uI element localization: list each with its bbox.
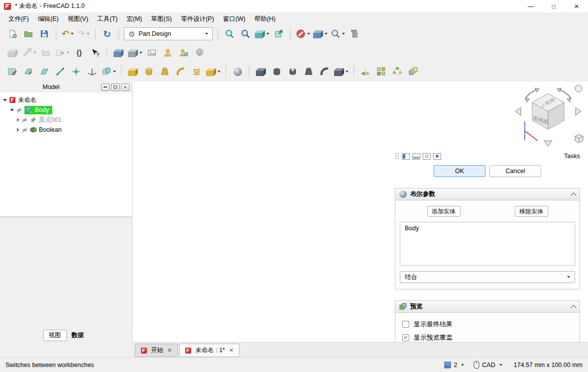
collapse-chevron-icon[interactable] (571, 305, 576, 310)
additive-helix-button[interactable] (189, 64, 204, 79)
edit-sketch-button[interactable] (21, 64, 36, 79)
redo-button[interactable]: ↷ (76, 26, 91, 41)
add-solid-button[interactable]: 添加实体 (427, 206, 461, 217)
clipping-plane-button[interactable] (295, 26, 311, 41)
zoom-tools-button[interactable] (330, 26, 346, 41)
polar-pattern-button[interactable] (390, 64, 405, 79)
additive-loft-button[interactable] (157, 64, 172, 79)
dropdown-arrow-icon[interactable] (325, 33, 328, 35)
workbench-selector[interactable]: ⚙ Part Design (124, 27, 213, 40)
tool-button[interactable] (21, 45, 37, 60)
part-button[interactable] (111, 45, 126, 60)
measure-button[interactable] (347, 26, 362, 41)
menu-macro[interactable]: 宏(M) (122, 13, 146, 25)
antialiasing-selector[interactable]: 2 (441, 362, 467, 369)
expand-arrow-icon[interactable] (3, 99, 7, 101)
cancel-button[interactable]: Cancel (489, 165, 541, 177)
navcube-mini-cube-icon[interactable] (575, 134, 583, 143)
tree-item-document[interactable]: 未命名 (0, 95, 132, 105)
pad-button[interactable] (125, 64, 140, 79)
navigation-style-selector[interactable]: CAD (470, 361, 505, 369)
maximize-button[interactable]: □ (542, 0, 565, 12)
datum-line-button[interactable] (53, 64, 68, 79)
hole-button[interactable] (269, 64, 284, 79)
refresh-button[interactable]: ↻ (100, 26, 115, 41)
float-panel-button[interactable] (423, 153, 431, 160)
boolean-operation-button[interactable] (230, 64, 245, 79)
dropdown-arrow-icon[interactable] (307, 33, 310, 35)
groove-button[interactable] (285, 64, 300, 79)
body-views-button[interactable] (5, 45, 20, 60)
collapse-arrow-icon[interactable] (17, 118, 19, 122)
dropdown-arrow-icon[interactable] (67, 52, 70, 54)
ok-button[interactable]: OK (434, 165, 485, 177)
tab-view[interactable]: 视图 (43, 330, 67, 341)
dock-left-button[interactable] (402, 153, 410, 160)
show-final-result-option[interactable]: 显示最终结果 (400, 317, 575, 331)
dropdown-arrow-icon[interactable] (139, 52, 142, 54)
boolean-operation-select[interactable]: 结合 (400, 271, 575, 283)
close-tab-icon[interactable]: ✕ (167, 347, 172, 354)
expand-arrow-icon[interactable] (10, 109, 14, 111)
menu-view[interactable]: 视图(V) (63, 13, 93, 25)
linear-pattern-button[interactable] (374, 64, 389, 79)
additive-pipe-button[interactable] (173, 64, 188, 79)
panel-close-button[interactable]: ✕ (121, 84, 129, 91)
menu-partdesign[interactable]: 零件设计(P) (176, 13, 219, 25)
local-coordinate-button[interactable] (85, 64, 100, 79)
export-button[interactable] (54, 45, 71, 60)
new-document-button[interactable] (5, 26, 20, 41)
multitransform-button[interactable] (406, 64, 421, 79)
dropdown-arrow-icon[interactable] (113, 71, 116, 73)
tree-item-origin[interactable]: 原点001 (0, 115, 132, 125)
axonometric-view-button[interactable] (254, 26, 270, 41)
avatar-button[interactable] (192, 45, 207, 60)
whats-this-button[interactable]: ? (88, 45, 103, 60)
undo-button[interactable]: ↶ (60, 26, 75, 41)
dropdown-arrow-icon[interactable] (218, 71, 221, 73)
folder-button[interactable] (38, 45, 53, 60)
dropdown-arrow-icon[interactable] (342, 33, 345, 35)
dropdown-arrow-icon[interactable] (87, 33, 90, 35)
subtractive-primitive-button[interactable] (333, 64, 350, 79)
menu-help[interactable]: 帮助(H) (250, 13, 280, 25)
datum-plane-button[interactable] (37, 64, 52, 79)
menu-tools[interactable]: 工具(T) (93, 13, 122, 25)
menu-file[interactable]: 文件(F) (4, 13, 33, 25)
additive-primitive-button[interactable] (205, 64, 222, 79)
close-tab-icon[interactable]: ✕ (229, 347, 234, 354)
fit-all-button[interactable] (222, 26, 237, 41)
user-button[interactable] (160, 45, 175, 60)
tree-item-boolean[interactable]: Boolean (0, 125, 132, 135)
menu-edit[interactable]: 编辑(E) (33, 13, 63, 25)
revolution-button[interactable] (141, 64, 156, 79)
dock-bottom-button[interactable] (412, 153, 420, 160)
3d-viewport[interactable]: 上视图 前视图 Tasks OK Cancel 布尔参数 (132, 82, 588, 342)
shape-binder-button[interactable] (176, 45, 191, 60)
preview-header[interactable]: 预览 (395, 301, 580, 313)
navigation-cube[interactable]: 上视图 前视图 (510, 83, 586, 150)
pocket-button[interactable] (253, 64, 268, 79)
mirrored-button[interactable] (358, 64, 373, 79)
collapse-arrow-icon[interactable] (17, 128, 19, 132)
dropdown-arrow-icon[interactable] (266, 33, 269, 35)
create-sketch-button[interactable] (5, 64, 20, 79)
macro-button[interactable]: {} (72, 45, 87, 60)
overlay-toggle-button[interactable] (433, 153, 441, 160)
tab-start-page[interactable]: 开始 ✕ (135, 344, 178, 357)
clone-button[interactable] (101, 64, 117, 79)
dropdown-arrow-icon[interactable] (346, 71, 349, 73)
panel-restore-button[interactable] (111, 84, 119, 91)
zoom-selection-button[interactable] (238, 26, 253, 41)
show-preview-overlay-option[interactable]: ✓ 显示预览覆盖 (400, 331, 575, 342)
collapse-chevron-icon[interactable] (571, 192, 576, 198)
menu-window[interactable]: 窗口(W) (219, 13, 250, 25)
boolean-body-list[interactable]: Body (400, 222, 575, 266)
boolean-parameters-header[interactable]: 布尔参数 (395, 188, 580, 200)
insert-part-button[interactable] (127, 45, 143, 60)
datum-point-button[interactable] (69, 64, 84, 79)
checkbox-icon[interactable] (402, 321, 409, 328)
view-cube-button[interactable] (312, 26, 329, 41)
tab-unnamed-document[interactable]: 未命名 : 1* ✕ (179, 344, 239, 357)
tree-item-body[interactable]: Body (0, 105, 132, 115)
